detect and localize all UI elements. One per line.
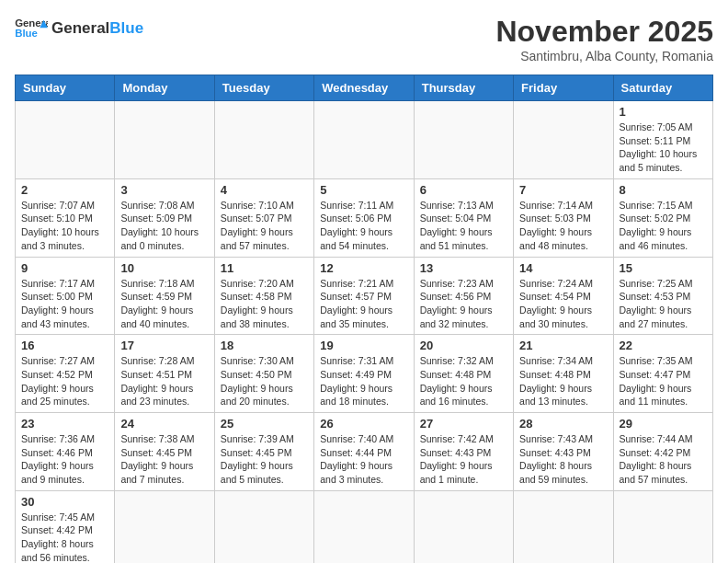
calendar-cell: 25Sunrise: 7:39 AM Sunset: 4:45 PM Dayli… (214, 413, 313, 491)
calendar-cell: 10Sunrise: 7:18 AM Sunset: 4:59 PM Dayli… (115, 257, 214, 335)
day-number: 4 (221, 183, 308, 197)
day-number: 12 (320, 261, 407, 275)
day-info: Sunrise: 7:25 AM Sunset: 4:53 PM Dayligh… (620, 277, 707, 331)
calendar-cell: 21Sunrise: 7:34 AM Sunset: 4:48 PM Dayli… (514, 335, 613, 413)
calendar-cell: 27Sunrise: 7:42 AM Sunset: 4:43 PM Dayli… (414, 413, 513, 491)
day-info: Sunrise: 7:38 AM Sunset: 4:45 PM Dayligh… (120, 432, 208, 487)
day-number: 23 (21, 417, 108, 431)
day-info: Sunrise: 7:21 AM Sunset: 4:57 PM Dayligh… (320, 277, 407, 331)
calendar-cell: 18Sunrise: 7:30 AM Sunset: 4:50 PM Dayli… (214, 335, 313, 413)
day-info: Sunrise: 7:40 AM Sunset: 4:44 PM Dayligh… (320, 432, 407, 487)
calendar-cell: 11Sunrise: 7:20 AM Sunset: 4:58 PM Dayli… (214, 257, 313, 335)
calendar-cell: 29Sunrise: 7:44 AM Sunset: 4:42 PM Dayli… (613, 413, 712, 491)
day-info: Sunrise: 7:45 AM Sunset: 4:42 PM Dayligh… (21, 511, 108, 563)
svg-text:Blue: Blue (15, 28, 38, 39)
day-number: 28 (519, 417, 607, 431)
day-info: Sunrise: 7:31 AM Sunset: 4:49 PM Dayligh… (320, 354, 407, 408)
day-info: Sunrise: 7:24 AM Sunset: 4:54 PM Dayligh… (519, 277, 607, 331)
calendar-cell: 1Sunrise: 7:05 AM Sunset: 5:11 PM Daylig… (613, 101, 712, 179)
calendar-cell: 24Sunrise: 7:38 AM Sunset: 4:45 PM Dayli… (115, 413, 214, 491)
day-info: Sunrise: 7:10 AM Sunset: 5:07 PM Dayligh… (221, 199, 308, 253)
day-info: Sunrise: 7:13 AM Sunset: 5:04 PM Dayligh… (420, 199, 507, 253)
calendar-cell (414, 101, 513, 179)
day-number: 19 (320, 339, 407, 352)
day-info: Sunrise: 7:14 AM Sunset: 5:03 PM Dayligh… (519, 199, 607, 253)
day-info: Sunrise: 7:27 AM Sunset: 4:52 PM Dayligh… (21, 354, 108, 408)
day-info: Sunrise: 7:36 AM Sunset: 4:46 PM Dayligh… (21, 432, 108, 487)
day-header-friday: Friday (514, 75, 613, 101)
calendar-cell: 13Sunrise: 7:23 AM Sunset: 4:56 PM Dayli… (414, 257, 513, 335)
day-number: 18 (221, 339, 308, 352)
day-number: 30 (21, 495, 108, 509)
day-number: 1 (620, 105, 707, 119)
day-number: 13 (420, 261, 507, 275)
calendar-cell (16, 101, 115, 179)
day-number: 17 (120, 339, 208, 352)
day-number: 20 (420, 339, 507, 352)
day-number: 3 (120, 183, 208, 197)
calendar: SundayMondayTuesdayWednesdayThursdayFrid… (15, 75, 713, 563)
month-title: November 2025 (495, 15, 713, 49)
calendar-cell: 9Sunrise: 7:17 AM Sunset: 5:00 PM Daylig… (16, 257, 115, 335)
day-number: 14 (519, 261, 607, 275)
day-info: Sunrise: 7:43 AM Sunset: 4:43 PM Dayligh… (519, 432, 607, 487)
day-header-wednesday: Wednesday (314, 75, 414, 101)
logo: General Blue GeneralBlue (15, 15, 143, 42)
day-info: Sunrise: 7:44 AM Sunset: 4:42 PM Dayligh… (620, 432, 707, 487)
day-number: 9 (21, 261, 108, 275)
day-header-saturday: Saturday (613, 75, 712, 101)
calendar-cell: 15Sunrise: 7:25 AM Sunset: 4:53 PM Dayli… (613, 257, 712, 335)
calendar-cell: 17Sunrise: 7:28 AM Sunset: 4:51 PM Dayli… (115, 335, 214, 413)
header: General Blue GeneralBlue November 2025 S… (15, 15, 713, 63)
calendar-cell (514, 490, 613, 563)
generalblue-logo-icon: General Blue (15, 15, 48, 42)
day-number: 15 (620, 261, 707, 275)
calendar-cell: 3Sunrise: 7:08 AM Sunset: 5:09 PM Daylig… (115, 178, 214, 257)
calendar-cell: 22Sunrise: 7:35 AM Sunset: 4:47 PM Dayli… (613, 335, 712, 413)
subtitle: Santimbru, Alba County, Romania (495, 49, 713, 63)
day-number: 21 (519, 339, 607, 352)
calendar-cell: 2Sunrise: 7:07 AM Sunset: 5:10 PM Daylig… (16, 178, 115, 257)
day-info: Sunrise: 7:28 AM Sunset: 4:51 PM Dayligh… (120, 354, 208, 408)
day-info: Sunrise: 7:42 AM Sunset: 4:43 PM Dayligh… (420, 432, 507, 487)
calendar-week-row: 30Sunrise: 7:45 AM Sunset: 4:42 PM Dayli… (16, 490, 713, 563)
logo-text: GeneralBlue (51, 20, 143, 38)
calendar-week-row: 2Sunrise: 7:07 AM Sunset: 5:10 PM Daylig… (16, 178, 713, 257)
day-number: 27 (420, 417, 507, 431)
day-info: Sunrise: 7:34 AM Sunset: 4:48 PM Dayligh… (519, 354, 607, 408)
day-header-sunday: Sunday (16, 75, 115, 101)
day-info: Sunrise: 7:17 AM Sunset: 5:00 PM Dayligh… (21, 277, 108, 331)
calendar-cell: 12Sunrise: 7:21 AM Sunset: 4:57 PM Dayli… (314, 257, 414, 335)
day-info: Sunrise: 7:11 AM Sunset: 5:06 PM Dayligh… (320, 199, 407, 253)
day-info: Sunrise: 7:18 AM Sunset: 4:59 PM Dayligh… (120, 277, 208, 331)
calendar-cell: 28Sunrise: 7:43 AM Sunset: 4:43 PM Dayli… (514, 413, 613, 491)
day-info: Sunrise: 7:05 AM Sunset: 5:11 PM Dayligh… (620, 121, 707, 175)
day-info: Sunrise: 7:07 AM Sunset: 5:10 PM Dayligh… (21, 199, 108, 253)
day-number: 8 (620, 183, 707, 197)
calendar-cell: 14Sunrise: 7:24 AM Sunset: 4:54 PM Dayli… (514, 257, 613, 335)
calendar-week-row: 23Sunrise: 7:36 AM Sunset: 4:46 PM Dayli… (16, 413, 713, 491)
calendar-cell: 5Sunrise: 7:11 AM Sunset: 5:06 PM Daylig… (314, 178, 414, 257)
day-info: Sunrise: 7:20 AM Sunset: 4:58 PM Dayligh… (221, 277, 308, 331)
day-header-thursday: Thursday (414, 75, 513, 101)
calendar-header-row: SundayMondayTuesdayWednesdayThursdayFrid… (16, 75, 713, 101)
day-number: 2 (21, 183, 108, 197)
calendar-week-row: 1Sunrise: 7:05 AM Sunset: 5:11 PM Daylig… (16, 101, 713, 179)
calendar-week-row: 16Sunrise: 7:27 AM Sunset: 4:52 PM Dayli… (16, 335, 713, 413)
day-info: Sunrise: 7:32 AM Sunset: 4:48 PM Dayligh… (420, 354, 507, 408)
calendar-cell (613, 490, 712, 563)
day-number: 7 (519, 183, 607, 197)
calendar-cell: 4Sunrise: 7:10 AM Sunset: 5:07 PM Daylig… (214, 178, 313, 257)
day-number: 29 (620, 417, 707, 431)
day-number: 24 (120, 417, 208, 431)
calendar-cell (115, 101, 214, 179)
calendar-cell: 8Sunrise: 7:15 AM Sunset: 5:02 PM Daylig… (613, 178, 712, 257)
day-info: Sunrise: 7:23 AM Sunset: 4:56 PM Dayligh… (420, 277, 507, 331)
calendar-cell: 7Sunrise: 7:14 AM Sunset: 5:03 PM Daylig… (514, 178, 613, 257)
day-info: Sunrise: 7:39 AM Sunset: 4:45 PM Dayligh… (221, 432, 308, 487)
calendar-cell (214, 490, 313, 563)
calendar-week-row: 9Sunrise: 7:17 AM Sunset: 5:00 PM Daylig… (16, 257, 713, 335)
calendar-cell (514, 101, 613, 179)
calendar-cell: 26Sunrise: 7:40 AM Sunset: 4:44 PM Dayli… (314, 413, 414, 491)
day-header-monday: Monday (115, 75, 214, 101)
